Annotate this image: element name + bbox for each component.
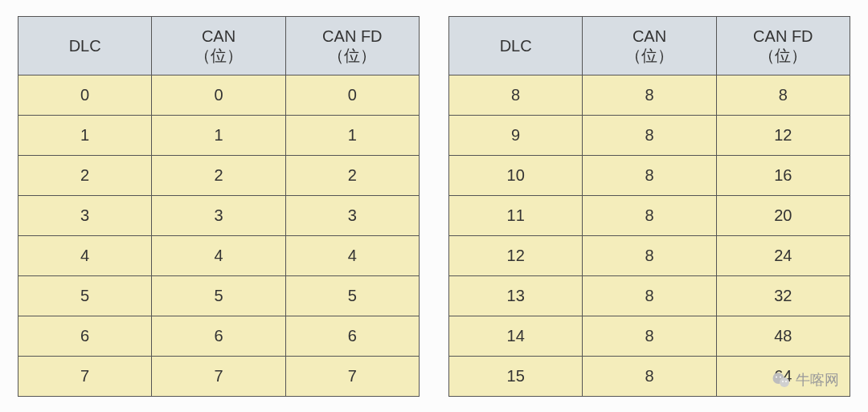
cell-dlc: 13 xyxy=(449,276,583,316)
cell-dlc: 3 xyxy=(18,196,152,236)
cell-can: 8 xyxy=(583,116,716,156)
table-row: 0 0 0 xyxy=(18,75,420,116)
cell-canfd: 1 xyxy=(285,116,419,156)
table-row: 10 8 16 xyxy=(449,156,850,196)
table-row: 7 7 7 xyxy=(18,357,420,397)
cell-can: 0 xyxy=(152,75,285,116)
cell-canfd: 8 xyxy=(716,75,850,116)
col-header-dlc: DLC xyxy=(449,17,583,75)
cell-canfd: 3 xyxy=(285,196,419,236)
col-header-sub: （位） xyxy=(286,46,419,65)
col-header-sub: （位） xyxy=(152,46,285,65)
cell-can: 8 xyxy=(583,236,716,276)
cell-can: 7 xyxy=(152,357,285,397)
cell-can: 6 xyxy=(152,316,285,357)
table-row: 9 8 12 xyxy=(449,116,850,156)
cell-dlc: 9 xyxy=(449,116,583,156)
cell-can: 1 xyxy=(152,116,285,156)
table-row: 1 1 1 xyxy=(18,116,420,156)
cell-can: 8 xyxy=(583,316,716,357)
cell-can: 4 xyxy=(152,236,285,276)
cell-canfd: 2 xyxy=(285,156,419,196)
cell-canfd: 20 xyxy=(716,196,850,236)
table-row: 14 8 48 xyxy=(449,316,850,357)
col-header-label: CAN xyxy=(583,27,715,46)
table-row: 11 8 20 xyxy=(449,196,850,236)
cell-can: 5 xyxy=(152,276,285,316)
table-header-row: DLC CAN （位） CAN FD （位） xyxy=(449,17,850,75)
col-header-label: DLC xyxy=(18,36,151,55)
cell-can: 8 xyxy=(583,196,716,236)
cell-canfd: 12 xyxy=(716,116,850,156)
col-header-dlc: DLC xyxy=(18,17,152,75)
cell-canfd: 24 xyxy=(716,236,850,276)
cell-dlc: 6 xyxy=(18,316,152,357)
table-row: 3 3 3 xyxy=(18,196,420,236)
cell-can: 8 xyxy=(583,75,716,116)
cell-dlc: 11 xyxy=(449,196,583,236)
cell-canfd: 6 xyxy=(285,316,419,357)
cell-canfd: 7 xyxy=(285,357,419,397)
col-header-sub: （位） xyxy=(583,46,715,65)
cell-dlc: 12 xyxy=(449,236,583,276)
cell-can: 3 xyxy=(152,196,285,236)
cell-canfd: 4 xyxy=(285,236,419,276)
table-header-row: DLC CAN （位） CAN FD （位） xyxy=(18,17,420,75)
dlc-table-left: DLC CAN （位） CAN FD （位） 0 0 0 1 xyxy=(18,16,420,397)
cell-can: 2 xyxy=(152,156,285,196)
cell-dlc: 0 xyxy=(18,75,152,116)
table-row: 13 8 32 xyxy=(449,276,850,316)
cell-dlc: 15 xyxy=(449,357,583,397)
table-row: 4 4 4 xyxy=(18,236,420,276)
table-row: 6 6 6 xyxy=(18,316,420,357)
table-row: 2 2 2 xyxy=(18,156,420,196)
page-root: DLC CAN （位） CAN FD （位） 0 0 0 1 xyxy=(0,0,868,412)
col-header-label: CAN xyxy=(152,27,285,46)
dlc-table-right: DLC CAN （位） CAN FD （位） 8 8 8 9 xyxy=(448,16,850,397)
cell-dlc: 7 xyxy=(18,357,152,397)
col-header-label: DLC xyxy=(449,36,582,55)
cell-canfd: 64 xyxy=(716,357,850,397)
table-row: 15 8 64 xyxy=(449,357,850,397)
cell-dlc: 2 xyxy=(18,156,152,196)
cell-can: 8 xyxy=(583,276,716,316)
cell-canfd: 32 xyxy=(716,276,850,316)
col-header-canfd: CAN FD （位） xyxy=(285,17,419,75)
cell-dlc: 10 xyxy=(449,156,583,196)
table-row: 12 8 24 xyxy=(449,236,850,276)
cell-dlc: 4 xyxy=(18,236,152,276)
cell-canfd: 16 xyxy=(716,156,850,196)
col-header-sub: （位） xyxy=(717,46,850,65)
col-header-can: CAN （位） xyxy=(583,17,716,75)
cell-canfd: 0 xyxy=(285,75,419,116)
col-header-label: CAN FD xyxy=(717,27,850,46)
col-header-canfd: CAN FD （位） xyxy=(716,17,850,75)
cell-canfd: 5 xyxy=(285,276,419,316)
cell-can: 8 xyxy=(583,357,716,397)
cell-canfd: 48 xyxy=(716,316,850,357)
table-row: 5 5 5 xyxy=(18,276,420,316)
col-header-label: CAN FD xyxy=(286,27,419,46)
cell-dlc: 8 xyxy=(449,75,583,116)
table-row: 8 8 8 xyxy=(449,75,850,116)
cell-dlc: 14 xyxy=(449,316,583,357)
cell-can: 8 xyxy=(583,156,716,196)
cell-dlc: 1 xyxy=(18,116,152,156)
cell-dlc: 5 xyxy=(18,276,152,316)
col-header-can: CAN （位） xyxy=(152,17,285,75)
